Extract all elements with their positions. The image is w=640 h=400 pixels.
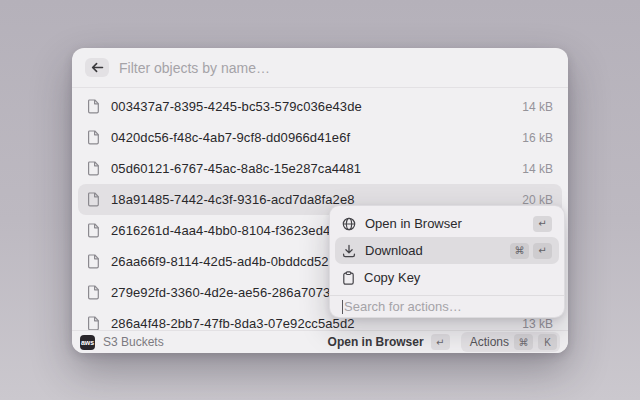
extension-name: S3 Buckets	[103, 335, 164, 349]
enter-key-badge: ↵	[533, 243, 552, 259]
object-name: 26aa66f9-8114-42d5-ad4b-0bddcd52abba	[111, 254, 358, 269]
enter-key-badge: ↵	[431, 334, 450, 350]
raycast-window: 003437a7-8395-4245-bc53-579c036e43de 14 …	[72, 48, 568, 353]
object-size: 13 kB	[522, 317, 553, 331]
actions-search-input[interactable]	[344, 299, 552, 314]
action-menu-item[interactable]: Copy Key	[335, 264, 559, 291]
back-button[interactable]	[85, 58, 109, 77]
footer-actions: Open in Browser ↵ Actions ⌘ K	[328, 332, 560, 352]
object-name: 286a4f48-2bb7-47fb-8da3-07e92cc5a5d2	[111, 316, 355, 331]
cmd-key-badge: ⌘	[510, 243, 529, 259]
action-label: Copy Key	[364, 270, 420, 285]
file-icon	[87, 192, 100, 207]
status-bar: aws S3 Buckets Open in Browser ↵ Actions…	[72, 330, 568, 353]
k-key-badge: K	[538, 334, 557, 350]
object-name: 2616261d-4aa4-4bb0-8104-f3623ed4415a	[111, 223, 360, 238]
object-size: 14 kB	[522, 162, 553, 176]
filter-bar	[72, 48, 568, 88]
action-shortcut: ↵	[533, 216, 552, 232]
file-icon	[87, 254, 100, 269]
file-icon	[87, 161, 100, 176]
object-name: 279e92fd-3360-4d2e-ae56-286a70736fb2	[111, 285, 356, 300]
file-icon	[87, 285, 100, 300]
file-icon	[87, 99, 100, 114]
globe-icon	[342, 217, 356, 231]
file-icon	[87, 316, 100, 331]
aws-logo: aws	[80, 335, 95, 350]
actions-label: Actions	[470, 335, 509, 349]
text-caret	[342, 300, 343, 314]
cmd-key-badge: ⌘	[514, 334, 533, 350]
action-shortcut: ⌘↵	[510, 243, 552, 259]
filter-objects-input[interactable]	[119, 60, 555, 76]
back-arrow-icon	[91, 62, 104, 73]
file-icon	[87, 130, 100, 145]
actions-search-bar	[330, 296, 564, 317]
action-menu: Open in Browser ↵ Download ⌘↵ Copy Key	[329, 205, 565, 318]
action-label: Download	[365, 243, 423, 258]
action-menu-item[interactable]: Open in Browser ↵	[335, 210, 559, 237]
object-row[interactable]: 0420dc56-f48c-4ab7-9cf8-dd0966d41e6f 16 …	[78, 122, 562, 153]
file-icon	[87, 223, 100, 238]
object-size: 14 kB	[522, 100, 553, 114]
action-menu-items: Open in Browser ↵ Download ⌘↵ Copy Key	[330, 206, 564, 291]
clipboard-icon	[342, 271, 355, 285]
actions-button[interactable]: Actions ⌘ K	[461, 332, 560, 352]
object-size: 16 kB	[522, 131, 553, 145]
action-menu-item[interactable]: Download ⌘↵	[335, 237, 559, 264]
object-name: 0420dc56-f48c-4ab7-9cf8-dd0966d41e6f	[111, 130, 350, 145]
object-row[interactable]: 05d60121-6767-45ac-8a8c-15e287ca4481 14 …	[78, 153, 562, 184]
enter-key-badge: ↵	[533, 216, 552, 232]
action-label: Open in Browser	[365, 216, 462, 231]
object-name: 003437a7-8395-4245-bc53-579c036e43de	[111, 99, 362, 114]
object-row[interactable]: 003437a7-8395-4245-bc53-579c036e43de 14 …	[78, 91, 562, 122]
primary-action-label[interactable]: Open in Browser	[328, 335, 424, 349]
object-name: 05d60121-6767-45ac-8a8c-15e287ca4481	[111, 161, 361, 176]
object-name: 18a91485-7442-4c3f-9316-acd7da8fa2e8	[111, 192, 355, 207]
download-icon	[342, 244, 356, 258]
